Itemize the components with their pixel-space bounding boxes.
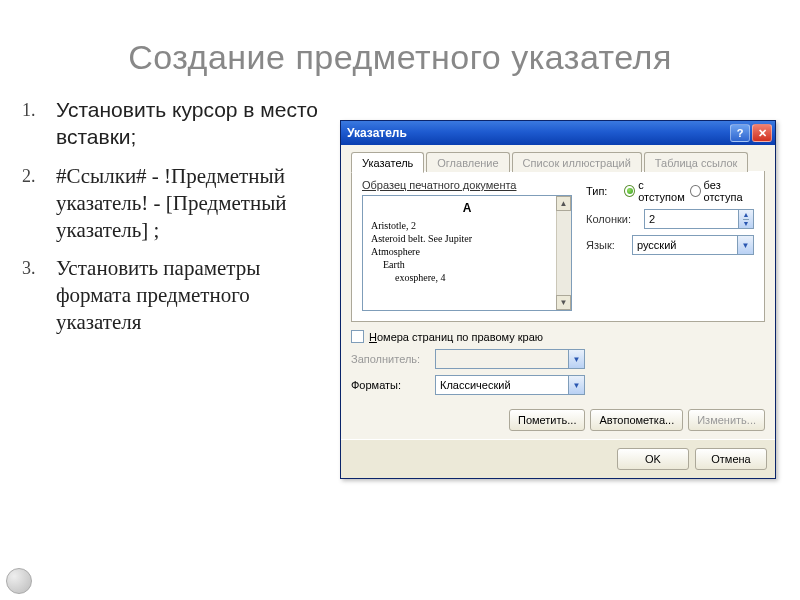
columns-label: Колонки: [586,213,638,225]
formats-label: Форматы: [351,379,429,391]
dialog-tabs: Указатель Оглавление Список иллюстраций … [351,151,765,172]
cancel-button[interactable]: Отмена [695,448,767,470]
list-item: Установить параметры формата предметного… [22,255,322,336]
preview-line: Earth [371,258,563,271]
dialog-title: Указатель [347,126,407,140]
type-indented-radio[interactable]: с отступом [624,179,686,203]
type-label: Тип: [586,185,620,197]
preview-heading: A [371,201,563,215]
page-curl-icon [6,568,32,594]
list-item: Установить курсор в место вставки; [22,97,322,151]
chevron-down-icon: ▼ [737,236,753,254]
automark-button[interactable]: Автопометка... [590,409,683,431]
modify-button: Изменить... [688,409,765,431]
scroll-down-icon[interactable]: ▼ [556,295,571,310]
preview-scrollbar[interactable]: ▲ ▼ [556,196,571,310]
preview-line: Atmosphere [371,245,563,258]
instructions-list: Установить курсор в место вставки; #Ссыл… [22,97,322,348]
leader-combo: ▼ [435,349,585,369]
mark-button[interactable]: Пометить... [509,409,585,431]
preview-line: Asteroid belt. See Jupiter [371,232,563,245]
tab-authorities[interactable]: Таблица ссылок [644,152,749,172]
spinner-down-icon[interactable]: ▼ [743,220,750,229]
right-align-checkbox[interactable] [351,330,364,343]
tab-illustrations[interactable]: Список иллюстраций [512,152,642,172]
slide-title: Создание предметного указателя [0,0,800,97]
ok-button[interactable]: OK [617,448,689,470]
help-button[interactable]: ? [730,124,750,142]
language-label: Язык: [586,239,626,251]
radio-label: без отступа [704,179,754,203]
dialog-titlebar[interactable]: Указатель ? ✕ [341,121,775,145]
columns-spinner[interactable]: 2 ▲▼ [644,209,754,229]
language-value: русский [637,239,676,251]
preview-line: Aristotle, 2 [371,219,563,232]
chevron-down-icon: ▼ [568,376,584,394]
preview-line: exosphere, 4 [371,271,563,284]
type-runin-radio[interactable]: без отступа [690,179,754,203]
right-align-label: Номера страниц по правому краю [369,331,543,343]
index-dialog: Указатель ? ✕ Указатель Оглавление Списо… [340,120,776,479]
preview-box: A Aristotle, 2 Asteroid belt. See Jupite… [362,195,572,311]
tab-toc[interactable]: Оглавление [426,152,509,172]
leader-label: Заполнитель: [351,353,429,365]
chevron-down-icon: ▼ [568,350,584,368]
formats-combo[interactable]: Классический ▼ [435,375,585,395]
language-combo[interactable]: русский ▼ [632,235,754,255]
close-button[interactable]: ✕ [752,124,772,142]
scroll-up-icon[interactable]: ▲ [556,196,571,211]
preview-label: Образец печатного документа [362,179,572,191]
list-item: #Ссылки# - !Предметный указатель! - [Пре… [22,163,322,244]
radio-label: с отступом [638,179,686,203]
spinner-up-icon[interactable]: ▲ [743,210,750,220]
radio-unchecked-icon [690,185,701,197]
tab-index[interactable]: Указатель [351,152,424,173]
formats-value: Классический [440,379,511,391]
columns-value: 2 [649,213,655,225]
radio-checked-icon [624,185,635,197]
